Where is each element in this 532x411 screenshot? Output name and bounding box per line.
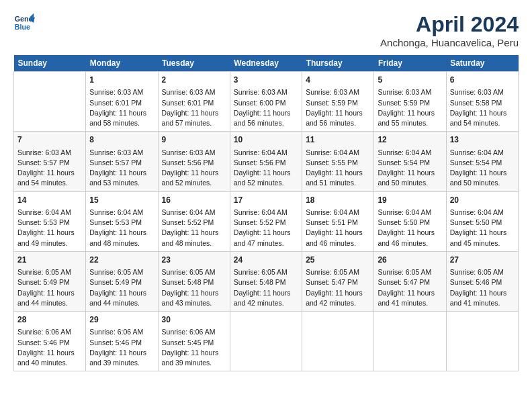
day-info-line: Daylight: 11 hours bbox=[378, 108, 442, 118]
day-info-line: and 47 minutes. bbox=[234, 238, 298, 248]
logo: General Blue bbox=[13, 12, 35, 34]
day-info-line: Sunset: 6:01 PM bbox=[162, 98, 226, 108]
day-number: 15 bbox=[89, 195, 154, 206]
day-number: 20 bbox=[450, 195, 515, 206]
day-info-line: Daylight: 11 hours bbox=[89, 108, 154, 118]
day-info-line: Daylight: 11 hours bbox=[234, 228, 298, 238]
day-number: 24 bbox=[234, 255, 298, 266]
day-header-wednesday: Wednesday bbox=[230, 55, 302, 72]
day-info-line: Sunset: 5:54 PM bbox=[450, 158, 515, 168]
calendar-cell: 2Sunrise: 6:03 AMSunset: 6:01 PMDaylight… bbox=[158, 72, 230, 132]
day-info-line: Daylight: 11 hours bbox=[234, 108, 298, 118]
day-number: 25 bbox=[306, 255, 370, 266]
day-info-line: Sunset: 5:50 PM bbox=[378, 218, 442, 228]
week-row-0: 1Sunrise: 6:03 AMSunset: 6:01 PMDaylight… bbox=[14, 72, 519, 132]
day-number: 14 bbox=[17, 195, 82, 206]
day-info-line: and 44 minutes. bbox=[17, 298, 82, 308]
day-info-line: Sunrise: 6:04 AM bbox=[378, 148, 442, 158]
week-row-3: 21Sunrise: 6:05 AMSunset: 5:49 PMDayligh… bbox=[14, 251, 519, 311]
day-info-line: Sunrise: 6:04 AM bbox=[378, 208, 442, 218]
day-info-line: Sunrise: 6:04 AM bbox=[17, 208, 82, 218]
day-info-line: Sunset: 5:56 PM bbox=[234, 158, 298, 168]
day-info-line: Sunset: 5:46 PM bbox=[89, 338, 154, 348]
calendar-cell: 4Sunrise: 6:03 AMSunset: 5:59 PMDaylight… bbox=[302, 72, 374, 132]
day-number: 12 bbox=[378, 134, 442, 146]
day-info-line: Daylight: 11 hours bbox=[234, 288, 298, 298]
day-info-line: and 50 minutes. bbox=[378, 178, 442, 188]
day-info-line: and 43 minutes. bbox=[162, 298, 226, 308]
day-info-line: Sunset: 5:48 PM bbox=[162, 277, 226, 287]
day-info-line: Daylight: 11 hours bbox=[306, 108, 370, 118]
day-info-line: Sunrise: 6:03 AM bbox=[306, 87, 370, 97]
calendar-cell: 27Sunrise: 6:05 AMSunset: 5:46 PMDayligh… bbox=[446, 251, 518, 311]
day-info-line: Sunrise: 6:05 AM bbox=[306, 267, 370, 277]
day-info-line: and 54 minutes. bbox=[17, 178, 82, 188]
day-info-line: Daylight: 11 hours bbox=[162, 108, 226, 118]
day-info-line: and 40 minutes. bbox=[17, 358, 82, 368]
day-info-line: Sunset: 5:50 PM bbox=[450, 218, 515, 228]
day-info-line: Sunset: 5:46 PM bbox=[17, 338, 82, 348]
day-info-line: Sunrise: 6:03 AM bbox=[89, 148, 154, 158]
day-info-line: Sunrise: 6:05 AM bbox=[17, 267, 82, 277]
day-info-line: Daylight: 11 hours bbox=[89, 348, 154, 358]
day-info-line: Sunrise: 6:05 AM bbox=[162, 267, 226, 277]
calendar-cell bbox=[374, 312, 446, 371]
calendar-cell: 23Sunrise: 6:05 AMSunset: 5:48 PMDayligh… bbox=[158, 251, 230, 311]
calendar-cell: 3Sunrise: 6:03 AMSunset: 6:00 PMDaylight… bbox=[230, 72, 302, 132]
day-number: 27 bbox=[450, 255, 515, 266]
day-info-line: and 50 minutes. bbox=[450, 178, 515, 188]
header-row: SundayMondayTuesdayWednesdayThursdayFrid… bbox=[14, 55, 519, 72]
day-info-line: Sunset: 5:49 PM bbox=[17, 277, 82, 287]
day-info-line: Sunrise: 6:04 AM bbox=[306, 208, 370, 218]
day-number: 10 bbox=[234, 134, 298, 146]
day-info-line: Sunset: 5:51 PM bbox=[306, 218, 370, 228]
day-info-line: and 49 minutes. bbox=[17, 238, 82, 248]
day-header-monday: Monday bbox=[86, 55, 158, 72]
day-info-line: Sunrise: 6:05 AM bbox=[450, 267, 515, 277]
day-number: 22 bbox=[89, 255, 154, 266]
day-info-line: and 54 minutes. bbox=[450, 118, 515, 128]
day-info-line: and 42 minutes. bbox=[306, 298, 370, 308]
calendar-cell: 17Sunrise: 6:04 AMSunset: 5:52 PMDayligh… bbox=[230, 191, 302, 251]
svg-text:Blue: Blue bbox=[15, 23, 30, 31]
day-info-line: and 56 minutes. bbox=[306, 118, 370, 128]
calendar-cell bbox=[230, 312, 302, 371]
day-info-line: Sunset: 5:45 PM bbox=[162, 338, 226, 348]
calendar-cell: 21Sunrise: 6:05 AMSunset: 5:49 PMDayligh… bbox=[14, 251, 86, 311]
day-number: 16 bbox=[162, 195, 226, 206]
calendar-cell bbox=[302, 312, 374, 371]
day-info-line: Sunrise: 6:04 AM bbox=[234, 148, 298, 158]
day-number: 18 bbox=[306, 195, 370, 206]
day-number: 29 bbox=[89, 314, 154, 326]
day-info-line: Daylight: 11 hours bbox=[234, 168, 298, 178]
header: General Blue April 2024 Anchonga, Huanca… bbox=[13, 12, 519, 48]
day-info-line: Sunrise: 6:03 AM bbox=[162, 148, 226, 158]
day-info-line: Sunset: 5:49 PM bbox=[89, 277, 154, 287]
calendar-cell: 13Sunrise: 6:04 AMSunset: 5:54 PMDayligh… bbox=[446, 132, 518, 191]
day-info-line: Sunrise: 6:05 AM bbox=[89, 267, 154, 277]
day-info-line: Daylight: 11 hours bbox=[17, 168, 82, 178]
day-header-saturday: Saturday bbox=[446, 55, 518, 72]
day-number: 17 bbox=[234, 195, 298, 206]
day-info-line: Sunset: 5:53 PM bbox=[17, 218, 82, 228]
day-info-line: Daylight: 11 hours bbox=[89, 288, 154, 298]
day-info-line: Sunrise: 6:03 AM bbox=[450, 87, 515, 97]
day-info-line: Daylight: 11 hours bbox=[306, 228, 370, 238]
day-info-line: Sunset: 5:55 PM bbox=[306, 158, 370, 168]
day-info-line: Sunset: 5:59 PM bbox=[378, 98, 442, 108]
day-number: 3 bbox=[234, 75, 298, 86]
day-info-line: Daylight: 11 hours bbox=[378, 228, 442, 238]
day-info-line: Sunrise: 6:05 AM bbox=[234, 267, 298, 277]
day-info-line: Sunset: 5:57 PM bbox=[89, 158, 154, 168]
day-header-sunday: Sunday bbox=[14, 55, 86, 72]
calendar-cell: 18Sunrise: 6:04 AMSunset: 5:51 PMDayligh… bbox=[302, 191, 374, 251]
day-info-line: Sunset: 5:47 PM bbox=[378, 277, 442, 287]
day-info-line: Daylight: 11 hours bbox=[17, 348, 82, 358]
day-info-line: Sunrise: 6:04 AM bbox=[234, 208, 298, 218]
calendar-table: SundayMondayTuesdayWednesdayThursdayFrid… bbox=[13, 55, 519, 371]
calendar-cell: 10Sunrise: 6:04 AMSunset: 5:56 PMDayligh… bbox=[230, 132, 302, 191]
subtitle: Anchonga, Huancavelica, Peru bbox=[380, 37, 519, 48]
day-info-line: Sunrise: 6:03 AM bbox=[17, 148, 82, 158]
day-info-line: Sunset: 5:57 PM bbox=[17, 158, 82, 168]
day-info-line: Daylight: 11 hours bbox=[450, 168, 515, 178]
